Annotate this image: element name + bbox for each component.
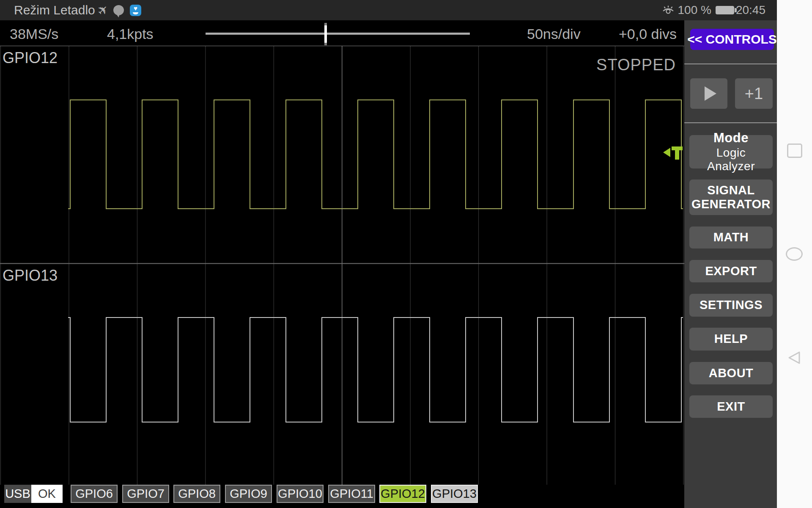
gpio-select-button-gpio7[interactable]: GPIO7 xyxy=(122,485,169,503)
mode-button[interactable]: Mode Logic Analyzer xyxy=(689,135,773,168)
gpio12-trace xyxy=(68,100,683,209)
usb-status-value: OK xyxy=(31,485,63,503)
gpio-select-button-gpio12[interactable]: GPIO12 xyxy=(379,485,426,503)
battery-nub xyxy=(735,8,737,12)
gpio-select-button-gpio13[interactable]: GPIO13 xyxy=(431,485,478,503)
gpio-select-button-gpio8[interactable]: GPIO8 xyxy=(173,485,220,503)
screen: Režim Letadlo ✈ ♥ 100 % 20:45 38MS/s 4,1… xyxy=(0,0,812,508)
sidebar-divider xyxy=(684,122,777,123)
timeline-scrollbar[interactable] xyxy=(206,33,470,35)
channel-label-gpio13: GPIO13 xyxy=(3,267,58,284)
sidebar-button-exit[interactable]: EXIT xyxy=(689,395,773,418)
status-bar-right: 100 % 20:45 xyxy=(662,0,765,20)
mode-button-value: Logic Analyzer xyxy=(692,146,770,173)
sidebar-button-signal-generator[interactable]: SIGNAL GENERATOR xyxy=(689,179,773,215)
heart-glyph: ♥ xyxy=(130,5,141,12)
chat-bubble-icon xyxy=(113,5,124,15)
controls-toggle-button[interactable]: << CONTROLS xyxy=(690,29,774,50)
gpio-select-button-gpio10[interactable]: GPIO10 xyxy=(277,485,324,503)
channel-label-gpio12: GPIO12 xyxy=(3,49,58,67)
waveform-area[interactable]: GPIO12 GPIO13 STOPPED xyxy=(0,46,684,485)
airplane-mode-label: Režim Letadlo xyxy=(14,3,95,17)
status-bar-left: Režim Letadlo ✈ ♥ xyxy=(14,0,141,20)
recents-icon[interactable] xyxy=(787,144,802,158)
blue-heart-app-icon: ♥ xyxy=(130,5,141,16)
battery-full-icon xyxy=(716,6,734,14)
controls-sidebar: << CONTROLS +1 Mode Logic Analyzer SIGNA… xyxy=(684,20,777,508)
usb-label: USB xyxy=(4,485,31,503)
channel-select-bar: USB OK GPIO6GPIO7GPIO8GPIO9GPIO10GPIO11G… xyxy=(0,485,684,508)
sidebar-button-math[interactable]: MATH xyxy=(689,226,773,248)
home-icon[interactable] xyxy=(786,247,803,261)
run-button[interactable] xyxy=(690,78,727,109)
sidebar-button-about[interactable]: ABOUT xyxy=(689,362,773,384)
record-points-readout: 4,1kpts xyxy=(107,26,154,42)
scope-toolbar: 38MS/s 4,1kpts 50ns/div +0,0 divs xyxy=(0,20,684,46)
gpio-select-button-gpio11[interactable]: GPIO11 xyxy=(328,485,375,503)
sample-rate-readout: 38MS/s xyxy=(10,26,58,42)
airplane-icon: ✈ xyxy=(95,2,111,19)
acquisition-status: STOPPED xyxy=(596,56,676,74)
eye-comfort-icon xyxy=(662,5,675,15)
mode-button-title: Mode xyxy=(713,130,749,146)
play-icon xyxy=(705,86,716,101)
gpio13-trace xyxy=(68,318,683,422)
time-per-div-readout: 50ns/div xyxy=(527,26,581,42)
offset-divs-readout: +0,0 divs xyxy=(619,26,677,42)
waveform-grid-and-traces xyxy=(0,46,684,485)
hand-glyph xyxy=(133,12,138,14)
status-bar: Režim Letadlo ✈ ♥ 100 % 20:45 xyxy=(0,0,777,20)
timeline-position-tick[interactable] xyxy=(324,23,327,45)
sidebar-button-settings[interactable]: SETTINGS xyxy=(689,294,773,317)
trigger-arrow-icon[interactable] xyxy=(663,148,670,157)
gpio-select-button-gpio6[interactable]: GPIO6 xyxy=(71,485,118,503)
gpio-select-button-gpio9[interactable]: GPIO9 xyxy=(225,485,272,503)
sidebar-divider xyxy=(684,64,777,64)
timeline-position-tick-inner xyxy=(324,25,327,43)
sidebar-button-export[interactable]: EXPORT xyxy=(689,260,773,282)
trigger-t-marker-stem[interactable] xyxy=(675,146,679,160)
single-capture-button[interactable]: +1 xyxy=(735,78,773,109)
battery-percent: 100 % xyxy=(678,3,711,17)
clock: 20:45 xyxy=(736,3,765,17)
back-icon[interactable] xyxy=(786,351,801,365)
android-nav-bar xyxy=(777,0,812,508)
usb-status-indicator[interactable]: USB OK xyxy=(4,485,63,503)
sidebar-button-help[interactable]: HELP xyxy=(689,328,773,351)
